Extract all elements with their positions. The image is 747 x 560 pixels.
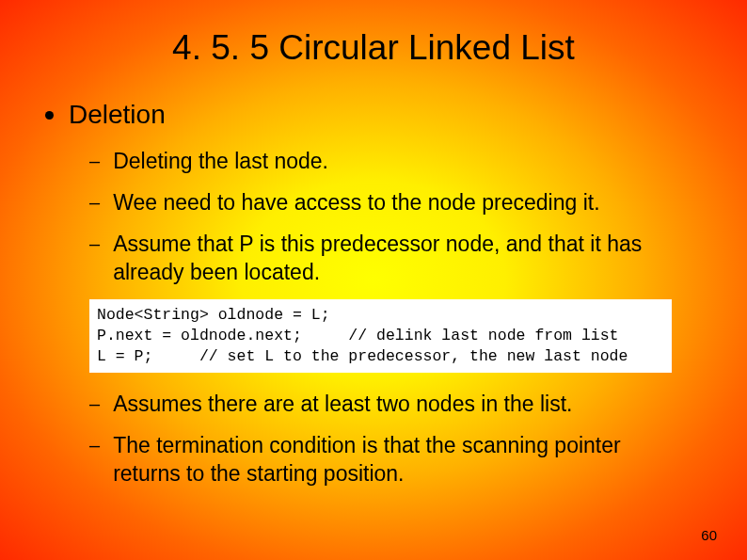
slide: 4. 5. 5 Circular Linked List Deletion – …: [0, 0, 747, 560]
main-bullet-text: Deletion: [69, 100, 166, 130]
dash-icon: –: [89, 147, 100, 175]
bullet-icon: [45, 111, 54, 120]
code-block: Node<String> oldnode = L; P.next = oldno…: [89, 299, 672, 373]
main-bullet: Deletion: [38, 100, 709, 130]
list-item: – Wee need to have access to the node pr…: [89, 188, 691, 216]
sub-item-text: Assumes there are at least two nodes in …: [113, 390, 572, 418]
slide-title: 4. 5. 5 Circular Linked List: [38, 28, 709, 68]
sub-item-text: Wee need to have access to the node prec…: [113, 188, 599, 216]
dash-icon: –: [89, 230, 100, 258]
sub-list-after: – Assumes there are at least two nodes i…: [38, 390, 709, 488]
list-item: – Assume that P is this predecessor node…: [89, 230, 691, 286]
sub-item-text: The termination condition is that the sc…: [113, 431, 691, 488]
page-number: 60: [701, 527, 717, 543]
dash-icon: –: [89, 390, 100, 418]
sub-list-before: – Deleting the last node. – Wee need to …: [38, 147, 709, 286]
list-item: – Deleting the last node.: [89, 147, 691, 175]
list-item: – Assumes there are at least two nodes i…: [89, 390, 691, 418]
dash-icon: –: [89, 188, 100, 216]
sub-item-text: Deleting the last node.: [113, 147, 328, 175]
sub-item-text: Assume that P is this predecessor node, …: [113, 230, 691, 286]
list-item: – The termination condition is that the …: [89, 431, 691, 488]
dash-icon: –: [89, 431, 100, 459]
